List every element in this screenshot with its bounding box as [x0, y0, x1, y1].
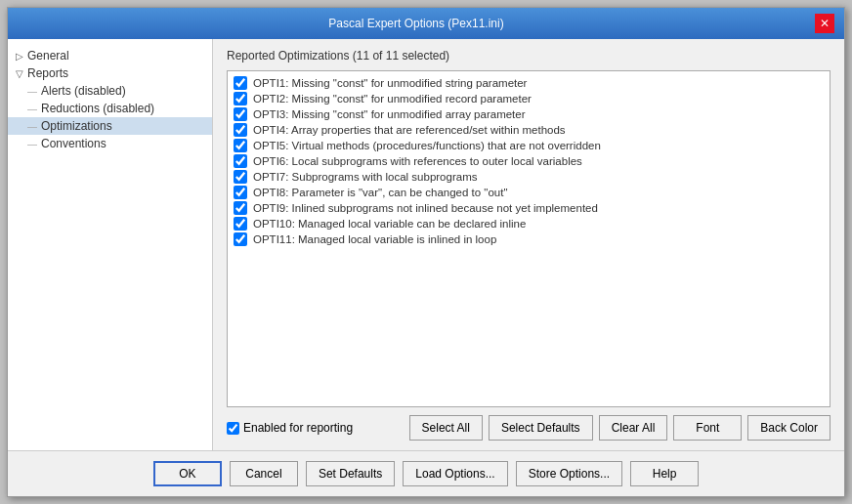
checkbox-label-opt6: OPTI6: Local subprograms with references…: [253, 155, 582, 167]
enabled-checkbox[interactable]: [227, 422, 239, 435]
clear-all-button[interactable]: Clear All: [599, 415, 668, 441]
enabled-checkbox-label[interactable]: Enabled for reporting: [227, 421, 353, 435]
tree-icon-general: ▷: [16, 51, 23, 62]
dialog-title: Pascal Expert Options (Pex11.ini): [18, 17, 815, 30]
checkbox-label-opt10: OPTI10: Managed local variable can be de…: [253, 218, 526, 230]
sidebar-label-reductions: Reductions (disabled): [41, 102, 154, 115]
close-button[interactable]: ✕: [815, 14, 834, 33]
sidebar-item-reports[interactable]: ▽Reports: [8, 64, 212, 82]
list-item[interactable]: OPTI7: Subprograms with local subprogram…: [232, 169, 826, 185]
checkbox-opt9[interactable]: [234, 201, 247, 215]
tree-icon-reports: ▽: [16, 68, 23, 79]
checkbox-opt1[interactable]: [234, 76, 247, 90]
list-item[interactable]: OPTI8: Parameter is "var", can be change…: [232, 185, 826, 200]
dialog-window: Pascal Expert Options (Pex11.ini) ✕ ▷Gen…: [7, 7, 845, 497]
sidebar-item-general[interactable]: ▷General: [8, 47, 212, 64]
checkbox-opt2[interactable]: [234, 92, 247, 105]
load-options-button[interactable]: Load Options...: [403, 461, 507, 486]
sidebar-item-optimizations[interactable]: —Optimizations: [8, 117, 212, 135]
checkbox-opt5[interactable]: [234, 139, 247, 152]
checkbox-opt10[interactable]: [234, 217, 247, 231]
checkbox-label-opt11: OPTI11: Managed local variable is inline…: [253, 233, 496, 245]
checkbox-label-opt4: OPTI4: Array properties that are referen…: [253, 124, 566, 136]
font-button[interactable]: Font: [673, 415, 742, 441]
list-item[interactable]: OPTI4: Array properties that are referen…: [232, 122, 826, 138]
back-color-button[interactable]: Back Color: [747, 415, 831, 441]
checkbox-opt3[interactable]: [234, 107, 247, 121]
tree-dash-alerts: —: [27, 86, 37, 97]
checkbox-opt11[interactable]: [234, 232, 247, 246]
list-item[interactable]: OPTI11: Managed local variable is inline…: [232, 231, 826, 247]
checkbox-opt8[interactable]: [234, 186, 247, 199]
tree-dash-optimizations: —: [27, 121, 37, 132]
select-all-button[interactable]: Select All: [409, 415, 483, 441]
checklist-box: OPTI1: Missing "const" for unmodified st…: [227, 70, 831, 407]
sidebar-label-general: General: [27, 49, 69, 63]
checkbox-label-opt1: OPTI1: Missing "const" for unmodified st…: [253, 77, 527, 89]
list-item[interactable]: OPTI3: Missing "const" for unmodified ar…: [232, 106, 826, 122]
list-item[interactable]: OPTI2: Missing "const" for unmodified re…: [232, 91, 826, 106]
title-bar: Pascal Expert Options (Pex11.ini) ✕: [8, 8, 844, 39]
sidebar: ▷General▽Reports—Alerts (disabled)—Reduc…: [8, 39, 213, 450]
checkbox-label-opt2: OPTI2: Missing "const" for unmodified re…: [253, 93, 532, 105]
list-item[interactable]: OPTI10: Managed local variable can be de…: [232, 216, 826, 231]
checkbox-label-opt3: OPTI3: Missing "const" for unmodified ar…: [253, 108, 526, 120]
sidebar-item-conventions[interactable]: —Conventions: [8, 135, 212, 152]
main-panel: Reported Optimizations (11 of 11 selecte…: [213, 39, 844, 450]
cancel-button[interactable]: Cancel: [230, 461, 298, 486]
dialog-body: ▷General▽Reports—Alerts (disabled)—Reduc…: [8, 39, 844, 450]
list-item[interactable]: OPTI6: Local subprograms with references…: [232, 153, 826, 169]
sidebar-label-optimizations: Optimizations: [41, 119, 112, 133]
footer: OK Cancel Set Defaults Load Options... S…: [8, 450, 844, 496]
store-options-button[interactable]: Store Options...: [516, 461, 622, 486]
checkbox-label-opt9: OPTI9: Inlined subprograms not inlined b…: [253, 202, 598, 214]
checkbox-opt6[interactable]: [234, 154, 247, 168]
help-button[interactable]: Help: [630, 461, 699, 486]
checkbox-label-opt7: OPTI7: Subprograms with local subprogram…: [253, 171, 477, 183]
sidebar-item-reductions[interactable]: —Reductions (disabled): [8, 100, 212, 117]
sidebar-label-conventions: Conventions: [41, 137, 106, 150]
select-defaults-button[interactable]: Select Defaults: [489, 415, 593, 441]
tree-dash-reductions: —: [27, 104, 37, 114]
panel-title: Reported Optimizations (11 of 11 selecte…: [227, 49, 831, 63]
main-bottom-bar: Enabled for reporting Select All Select …: [227, 407, 831, 441]
checkbox-opt4[interactable]: [234, 123, 247, 137]
ok-button[interactable]: OK: [153, 461, 222, 486]
checkbox-opt7[interactable]: [234, 170, 247, 184]
sidebar-label-alerts: Alerts (disabled): [41, 84, 126, 98]
sidebar-item-alerts[interactable]: —Alerts (disabled): [8, 82, 212, 100]
list-item[interactable]: OPTI5: Virtual methods (procedures/funct…: [232, 138, 826, 153]
checkbox-label-opt5: OPTI5: Virtual methods (procedures/funct…: [253, 140, 601, 151]
checkbox-label-opt8: OPTI8: Parameter is "var", can be change…: [253, 187, 508, 198]
list-item[interactable]: OPTI9: Inlined subprograms not inlined b…: [232, 200, 826, 216]
set-defaults-button[interactable]: Set Defaults: [306, 461, 395, 486]
tree-dash-conventions: —: [27, 139, 37, 149]
sidebar-label-reports: Reports: [27, 66, 68, 80]
list-item[interactable]: OPTI1: Missing "const" for unmodified st…: [232, 75, 826, 91]
